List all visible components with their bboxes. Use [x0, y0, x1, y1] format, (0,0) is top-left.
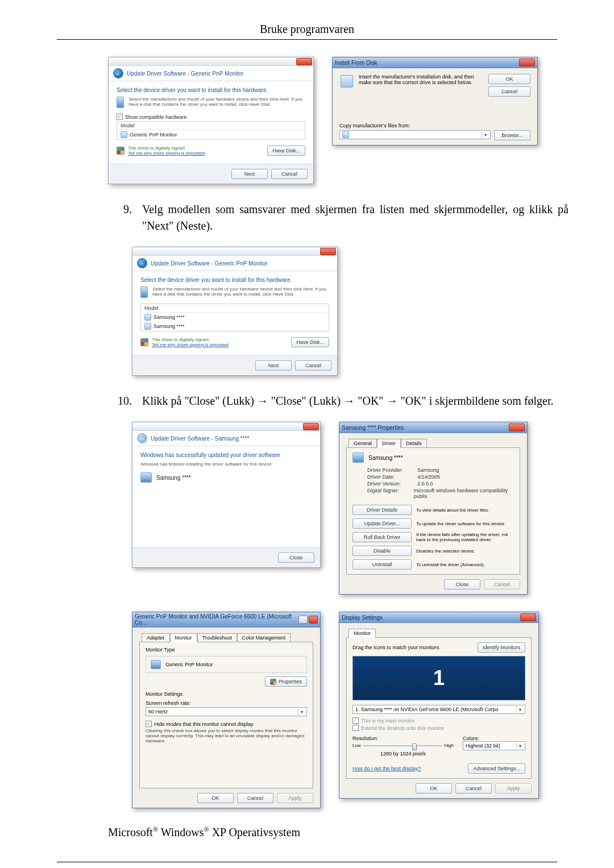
btn-desc: If the device fails after updating the d…	[416, 532, 514, 542]
wizard-select-driver-generic: ← Update Driver Software - Generic PnP M…	[108, 57, 314, 184]
close-icon[interactable]	[296, 58, 312, 65]
chip-icon	[140, 286, 148, 298]
list-item-label: Samsung ****	[154, 314, 185, 320]
close-icon[interactable]	[303, 423, 319, 430]
extend-desktop-checkbox	[352, 725, 359, 731]
monitor-icon	[140, 472, 152, 483]
cancel-button[interactable]: Cancel	[455, 783, 492, 794]
tab-color-management[interactable]: Color Management	[237, 633, 291, 642]
close-icon[interactable]	[520, 613, 536, 621]
btn-desc: To update the driver software for this d…	[416, 521, 514, 526]
help-link[interactable]: How do I get the best display?	[352, 766, 421, 771]
hide-modes-label: Hide modes that this monitor cannot disp…	[154, 721, 254, 727]
tab-details[interactable]: Details	[401, 439, 427, 448]
btn-desc: To uninstall the driver (Advanced).	[416, 562, 514, 567]
chevron-down-icon[interactable]: ▾	[516, 742, 524, 749]
monitor-preview[interactable]: 1	[352, 656, 525, 700]
copy-from-combo[interactable]: ▾	[339, 130, 491, 139]
list-item[interactable]: Samsung ****	[141, 313, 329, 322]
chevron-down-icon[interactable]: ▾	[298, 708, 305, 715]
have-disk-button[interactable]: Have Disk...	[267, 146, 305, 156]
slider-high-label: High	[445, 743, 454, 748]
kv-key: Driver Date:	[367, 474, 412, 480]
step-text: Klikk på "Close" (Lukk) → "Close" (Lukk)…	[142, 393, 569, 409]
identify-monitors-button[interactable]: Identify Monitors	[478, 642, 525, 653]
hide-modes-checkbox[interactable]: ✓	[146, 721, 152, 727]
show-compatible-checkbox[interactable]: ✓	[117, 114, 123, 120]
colors-combo[interactable]: Highest (32 bit) ▾	[463, 741, 525, 750]
kv-val: Samsung	[417, 467, 439, 473]
close-icon[interactable]	[320, 248, 336, 255]
tab-general[interactable]: General	[349, 439, 377, 448]
have-disk-button[interactable]: Have Disk...	[291, 337, 329, 347]
update-driver-button[interactable]: Update Driver...	[352, 518, 412, 529]
minimize-icon[interactable]	[298, 616, 308, 624]
model-listbox[interactable]: Model Generic PnP Monitor	[117, 121, 305, 140]
monitor-select-combo[interactable]: 1. Samsung **** on NVIDIA GeForce 6600 L…	[352, 705, 525, 714]
driver-details-button[interactable]: Driver Details	[352, 505, 412, 515]
resolution-slider[interactable]	[363, 742, 442, 749]
cancel-button[interactable]: Cancel	[237, 793, 273, 803]
properties-button[interactable]: Properties	[265, 676, 307, 687]
refresh-rate-value: 60 Hertz	[148, 709, 168, 715]
cancel-button[interactable]: Cancel	[271, 169, 308, 179]
cancel-button[interactable]: Cancel	[295, 360, 331, 371]
signing-link[interactable]: Tell me why driver signing is important	[128, 151, 205, 156]
page-header-title: Bruke programvaren	[0, 23, 614, 36]
signing-link[interactable]: Tell me why driver signing is important	[152, 342, 229, 347]
close-button[interactable]: Close	[444, 579, 480, 589]
chevron-down-icon[interactable]: ▾	[482, 131, 489, 138]
monitor-icon	[151, 660, 161, 669]
signed-text: This driver is digitally signed. Tell me…	[128, 146, 205, 156]
rollback-driver-button[interactable]: Roll Back Driver	[352, 532, 412, 542]
kv-val: 2.0.0.0	[417, 481, 433, 487]
model-listbox[interactable]: Model Samsung **** Samsung ****	[140, 304, 329, 331]
monitor-icon	[121, 131, 127, 138]
wizard-breadcrumb: ← Update Driver Software - Generic PnP M…	[132, 256, 337, 271]
kv-val: 4/14/2005	[417, 474, 440, 480]
slider-low-label: Low	[352, 743, 361, 748]
advanced-settings-button[interactable]: Advanced Settings...	[468, 763, 525, 774]
list-item[interactable]: Generic PnP Monitor	[117, 130, 305, 139]
tab-monitor[interactable]: Monitor	[170, 633, 197, 642]
monitor-preview-number: 1	[433, 666, 445, 690]
ok-button[interactable]: OK	[416, 783, 452, 794]
close-icon[interactable]	[309, 616, 318, 624]
tab-troubleshoot[interactable]: Troubleshoot	[197, 633, 237, 642]
disable-button[interactable]: Disable	[352, 546, 412, 556]
close-button[interactable]: Close	[278, 553, 314, 563]
back-icon[interactable]: ←	[113, 68, 123, 78]
refresh-rate-combo[interactable]: 60 Hertz ▾	[146, 707, 307, 716]
next-button[interactable]: Next	[255, 360, 292, 371]
subheading: Microsoft® Windows® XP Operativsystem	[108, 825, 569, 839]
close-icon[interactable]	[509, 423, 525, 431]
shield-icon	[117, 147, 125, 155]
list-item[interactable]: Samsung ****	[141, 322, 329, 331]
chevron-down-icon[interactable]: ▾	[516, 706, 524, 713]
tab-adapter[interactable]: Adapter	[142, 633, 170, 642]
back-icon[interactable]: ←	[137, 258, 147, 268]
monitor-settings-label: Monitor Settings	[146, 691, 307, 697]
hide-modes-desc: Clearing this check box allows you to se…	[146, 728, 307, 744]
install-from-disk-dialog: Install From Disk Insert the manufacture…	[332, 57, 538, 146]
footer-rule	[57, 862, 557, 862]
ok-button[interactable]: OK	[488, 74, 530, 84]
chip-icon	[117, 97, 124, 108]
cancel-button[interactable]: Cancel	[488, 86, 530, 97]
list-item-label: Generic PnP Monitor	[130, 132, 177, 138]
step-text: Velg modellen som samsvarer med skjermen…	[142, 201, 569, 234]
next-button[interactable]: Next	[231, 169, 268, 179]
tab-monitor[interactable]: Monitor	[349, 629, 376, 638]
browse-button[interactable]: Browse...	[494, 130, 530, 140]
ok-button[interactable]: OK	[197, 793, 234, 803]
tab-driver[interactable]: Driver	[377, 439, 401, 448]
drag-instruction: Drag the icons to match your monitors.	[352, 645, 441, 650]
uninstall-button[interactable]: Uninstall	[352, 559, 412, 570]
close-icon[interactable]	[519, 59, 535, 67]
driver-properties-dialog: Samsung **** Properties General Driver D…	[339, 422, 528, 595]
apply-button: Apply	[277, 793, 313, 803]
monitor-icon	[144, 314, 151, 321]
monitor-type-label: Monitor Type	[146, 647, 307, 653]
resolution-value: 1280 by 1024 pixels	[352, 751, 454, 757]
list-item-label: Samsung ****	[154, 323, 185, 329]
